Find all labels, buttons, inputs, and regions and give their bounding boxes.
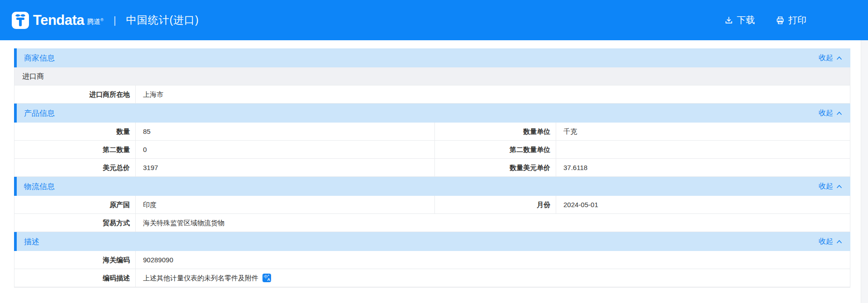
scrollbar-track[interactable] (861, 40, 868, 303)
merchant-rows: 进口商 进口商所在地 上海市 (14, 67, 850, 104)
collapse-label: 收起 (819, 53, 833, 63)
section-title: 产品信息 (24, 108, 55, 118)
importer-label: 进口商 (14, 67, 44, 85)
download-icon (725, 16, 733, 24)
description-rows: 海关编码 90289090 编码描述 上述其他计量仪表的未列名零件及附件 中 A (14, 251, 850, 288)
field-value-wrap: 上述其他计量仪表的未列名零件及附件 中 A (136, 269, 850, 287)
product-rows: 数量 85 数量单位 千克 第二数量 0 第二数量单位 美元总价 3197 数量… (14, 123, 850, 177)
field-value (556, 141, 850, 158)
section-header-product: 产品信息 收起 (14, 104, 850, 123)
download-button[interactable]: 下载 (725, 14, 755, 26)
field-value: 90289090 (136, 251, 850, 269)
field-value: 印度 (136, 196, 435, 213)
collapse-button-merchant[interactable]: 收起 (819, 53, 842, 63)
collapse-button-description[interactable]: 收起 (819, 237, 842, 246)
header-actions: 下载 打印 (725, 14, 806, 26)
table-row: 美元总价 3197 数量美元单价 37.6118 (14, 159, 850, 177)
app-header: Tendata 腾道® | 中国统计(进口) 下载 打印 (0, 0, 868, 40)
field-label: 美元总价 (14, 159, 136, 176)
print-label: 打印 (788, 14, 806, 26)
brand-cn: 腾道 (87, 18, 100, 25)
section-header-logistics: 物流信息 收起 (14, 177, 850, 196)
field-label: 数量美元单价 (435, 159, 556, 176)
table-row: 编码描述 上述其他计量仪表的未列名零件及附件 中 A (14, 269, 850, 287)
translate-icon[interactable]: 中 A (262, 274, 271, 282)
section-title: 描述 (24, 237, 39, 247)
field-value: 37.6118 (556, 159, 850, 176)
detail-panel: 商家信息 收起 进口商 进口商所在地 上海市 产品信息 收起 数量 85 (14, 48, 850, 288)
printer-icon (776, 16, 785, 25)
field-value: 上述其他计量仪表的未列名零件及附件 (143, 274, 258, 282)
field-value: 上海市 (136, 85, 850, 103)
chevron-up-icon (836, 111, 842, 115)
collapse-label: 收起 (819, 109, 833, 118)
chevron-up-icon (836, 240, 842, 244)
table-row: 贸易方式 海关特殊监管区域物流货物 (14, 214, 850, 232)
table-row: 数量 85 数量单位 千克 (14, 123, 850, 141)
collapse-label: 收起 (819, 237, 833, 246)
page-title: 中国统计(进口) (126, 13, 199, 27)
chevron-up-icon (836, 56, 842, 60)
field-value: 千克 (556, 123, 850, 140)
print-button[interactable]: 打印 (776, 14, 806, 26)
table-row: 进口商 (14, 67, 850, 85)
table-row: 第二数量 0 第二数量单位 (14, 141, 850, 159)
field-label: 月份 (435, 196, 556, 213)
download-label: 下载 (737, 14, 755, 26)
field-value: 2024-05-01 (556, 196, 850, 213)
tendata-logo-icon (12, 12, 29, 29)
field-value: 85 (136, 123, 435, 140)
logistics-rows: 原产国 印度 月份 2024-05-01 贸易方式 海关特殊监管区域物流货物 (14, 196, 850, 232)
field-label: 贸易方式 (14, 214, 136, 232)
field-value: 0 (136, 141, 435, 158)
field-value: 海关特殊监管区域物流货物 (136, 214, 850, 232)
field-label: 数量单位 (435, 123, 556, 140)
header-separator: | (114, 14, 116, 26)
table-row: 海关编码 90289090 (14, 251, 850, 269)
brand-name: Tendata (33, 13, 84, 29)
section-title: 物流信息 (24, 181, 55, 192)
field-label: 进口商所在地 (14, 85, 136, 103)
collapse-button-logistics[interactable]: 收起 (819, 182, 842, 191)
table-row: 进口商所在地 上海市 (14, 85, 850, 104)
field-label: 原产国 (14, 196, 136, 213)
field-label: 数量 (14, 123, 136, 140)
collapse-label: 收起 (819, 182, 833, 191)
table-row: 原产国 印度 月份 2024-05-01 (14, 196, 850, 214)
section-title: 商家信息 (24, 53, 55, 63)
section-header-description: 描述 收起 (14, 232, 850, 251)
field-label: 海关编码 (14, 251, 136, 269)
section-header-merchant: 商家信息 收起 (14, 48, 850, 67)
svg-text:A: A (267, 277, 271, 282)
field-label: 编码描述 (14, 269, 136, 287)
tendata-logo: Tendata 腾道® (12, 12, 104, 29)
field-label: 第二数量单位 (435, 141, 556, 158)
collapse-button-product[interactable]: 收起 (819, 109, 842, 118)
brand-registered-mark: ® (100, 18, 104, 22)
chevron-up-icon (836, 185, 842, 189)
field-label: 第二数量 (14, 141, 136, 158)
field-value: 3197 (136, 159, 435, 176)
